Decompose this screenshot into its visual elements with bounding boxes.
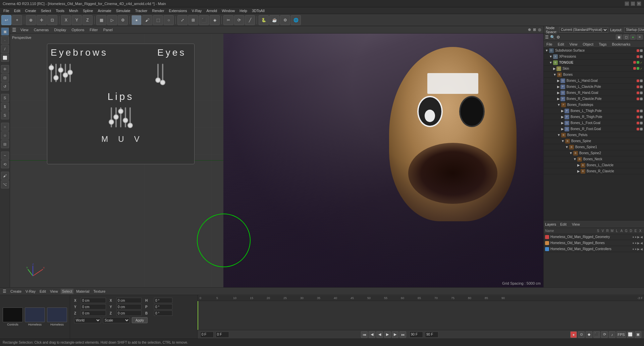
obj-mgr-btn1[interactable]: ▣ — [616, 35, 622, 40]
lip-slider-1[interactable] — [111, 106, 112, 131]
toolbar-scale[interactable]: ⊡ — [47, 15, 57, 25]
toolbar-cursor[interactable]: ⊕ — [26, 15, 36, 25]
toolbar-loop[interactable]: ⟳ — [234, 15, 244, 25]
eyebrow-slider-4[interactable] — [65, 62, 66, 86]
eyebrow-slider-1[interactable] — [51, 62, 52, 86]
playhead-frame-input[interactable] — [216, 332, 229, 338]
toolbar-grid[interactable]: ⊞ — [188, 15, 198, 25]
obj-bones-l-hand-goal[interactable]: ▶ G Bones_L_Hand.Goal — [544, 78, 644, 84]
coord-h-input[interactable] — [154, 298, 172, 303]
playhead[interactable] — [198, 301, 198, 330]
tool-floor[interactable]: ⊟ — [1, 140, 9, 148]
lip-slider-2[interactable] — [115, 106, 117, 131]
toolbar-render-region[interactable]: ▦ — [96, 15, 106, 25]
keyframe-button[interactable]: ◆ — [586, 331, 592, 338]
menu-arnold[interactable]: Arnold — [204, 8, 219, 13]
obj-bones-l-clavicle-pole[interactable]: ▶ P Bones_L_Clavicle.Pole — [544, 84, 644, 90]
tool-move[interactable]: ✛ — [1, 65, 9, 73]
obj-mgr-btn2[interactable]: ◻ — [623, 35, 629, 40]
lip-slider-4[interactable] — [125, 106, 126, 131]
current-frame-input[interactable] — [200, 332, 214, 338]
menu-select[interactable]: Select — [39, 8, 53, 13]
toolbar-move2[interactable]: ⤢ — [177, 15, 187, 25]
coord-z2-input[interactable] — [116, 310, 142, 316]
tool-snap[interactable]: S — [1, 94, 9, 102]
viewport-icon3[interactable]: ◎ — [538, 27, 541, 32]
record-mode-button[interactable]: ⊙ — [578, 331, 585, 338]
obj-bookmarks-menu[interactable]: Bookmarks — [610, 42, 632, 47]
toolbar-coord-y[interactable]: Y — [72, 15, 82, 25]
toolbar-render-view[interactable]: ▷ — [107, 15, 117, 25]
obj-mgr-icon2[interactable]: 🔍 — [550, 35, 555, 40]
minimize-button[interactable]: ─ — [625, 1, 629, 6]
toolbar-knife[interactable]: ✂ — [223, 15, 233, 25]
apply-button[interactable]: Apply — [132, 317, 148, 323]
viewport-filter-menu[interactable]: Filter — [88, 27, 99, 33]
obj-mgr-btn3[interactable]: ● — [630, 35, 636, 40]
viewport-icon1[interactable]: ⊕ — [528, 27, 531, 32]
lip-slider-3[interactable] — [120, 106, 121, 131]
toolbar-coord-x[interactable]: X — [61, 15, 71, 25]
go-start-button[interactable]: ⏮ — [361, 331, 368, 338]
auto-key-button[interactable]: ⬛ — [593, 331, 600, 338]
eyebrow-slider-2[interactable] — [55, 62, 57, 86]
play-button[interactable]: ▶ — [384, 331, 391, 338]
toolbar-coord-z[interactable]: Z — [83, 15, 93, 25]
obj-bones-l-foot-goal[interactable]: ▶ G Bones_L_Foot.Goal — [544, 120, 644, 126]
obj-bones-footsteps[interactable]: ▼ F Bones_Footsteps — [544, 102, 644, 108]
tool-null[interactable]: ○ — [1, 123, 9, 131]
timeline-track[interactable] — [198, 301, 644, 330]
obj-bones-neck[interactable]: ▼ B Bones_Neck — [544, 156, 644, 162]
viewport-panel-menu[interactable]: Panel — [102, 27, 114, 33]
menu-v-ray[interactable]: V-Ray — [190, 8, 204, 13]
prev-play-button[interactable]: ◀ — [376, 331, 383, 338]
obj-bones-r-hand-goal[interactable]: ▶ G Bones_R_Hand.Goal — [544, 90, 644, 96]
obj-skin[interactable]: ▶ S Skin ✓ — [544, 66, 644, 72]
coord-z1-input[interactable] — [81, 310, 106, 316]
tool-light[interactable]: ☆ — [1, 131, 9, 139]
coord-y2-input[interactable] — [116, 304, 142, 309]
obj-mgr-icon1[interactable]: ☰ — [545, 35, 549, 40]
end-frame-input2[interactable] — [425, 332, 438, 338]
tool-paint2[interactable]: 🖌 — [1, 172, 9, 180]
toolbar-select-circle[interactable]: ○ — [164, 15, 174, 25]
node-space-select[interactable]: Current (Standard/Physical) — [559, 27, 608, 33]
tool-render[interactable]: $ — [1, 103, 9, 111]
toolbar-color1[interactable]: ● — [131, 15, 142, 25]
toolbar-coffee[interactable]: ☕ — [269, 15, 279, 25]
obj-bones-l-clavicle[interactable]: ▶ B Bones_L_Clavicle — [544, 162, 644, 168]
loop-button[interactable]: ⟳ — [601, 331, 608, 338]
toolbar-undo[interactable]: ↩ — [1, 15, 11, 25]
layer-geometry[interactable]: Homeless_Old_Man_Rigged_Geometry ●● ▶ ◀ — [544, 234, 644, 240]
viewport-view-menu[interactable]: View — [19, 27, 30, 33]
menu-animate[interactable]: Animate — [96, 8, 113, 13]
eye-slider-1[interactable] — [157, 62, 159, 86]
layers-edit-menu[interactable]: Edit — [559, 222, 568, 227]
audio-button[interactable]: ♪ — [609, 331, 615, 338]
layer-controllers[interactable]: Homeless_Old_Man_Rigged_Controllers ●● ▶… — [544, 246, 644, 252]
tab-select[interactable]: Select — [61, 289, 74, 294]
menu-window[interactable]: Window — [220, 8, 237, 13]
obj-view-menu[interactable]: View — [568, 42, 579, 47]
menu-simulate[interactable]: Simulate — [114, 8, 132, 13]
tab-material[interactable]: Material — [75, 289, 91, 294]
coord-scale-select[interactable]: Scale — [103, 317, 130, 323]
toolbar-bevel[interactable]: ◈ — [210, 15, 220, 25]
obj-mgr-btn4[interactable]: ✕ — [637, 35, 643, 40]
tab-edit[interactable]: Edit — [38, 289, 47, 294]
menu-3dtoall[interactable]: 3DToAll — [250, 8, 267, 13]
coord-p-input[interactable] — [154, 304, 172, 309]
end-frame-input1[interactable] — [410, 332, 423, 338]
obj-edit-menu[interactable]: Edit — [556, 42, 566, 47]
tool-poly-mode[interactable]: ⬜ — [1, 54, 9, 62]
obj-bones[interactable]: ▼ B Bones — [544, 72, 644, 78]
toolbar-extrude[interactable]: ⬛ — [199, 15, 209, 25]
view-mode-button[interactable]: ⬜ — [627, 331, 634, 338]
viewport-options-menu[interactable]: Options — [70, 27, 86, 33]
menu-extensions[interactable]: Extensions — [167, 8, 189, 13]
coord-x2-input[interactable] — [116, 298, 142, 303]
tab-view[interactable]: View — [49, 289, 59, 294]
obj-subdivision-surface[interactable]: ▼ ⊡ Subdivision Surface — [544, 48, 644, 54]
obj-bones-r-clavicle[interactable]: ▶ B Bones_R_Clavicle — [544, 168, 644, 174]
obj-bones-spine[interactable]: ▼ B Bones_Spine — [544, 138, 644, 144]
